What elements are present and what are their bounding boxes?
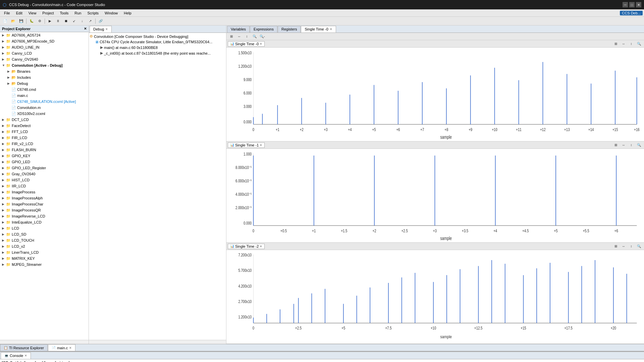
toggle-icon[interactable]: ▶ <box>2 202 6 206</box>
tab-debug[interactable]: Debug ✕ <box>90 26 112 33</box>
toggle-icon[interactable]: ▶ <box>2 184 6 188</box>
toggle-icon[interactable]: ▶ <box>2 251 6 254</box>
tree-item-ImageProcessQR[interactable]: ▶ 📁 ImageProcessQR <box>0 207 89 213</box>
tab-expressions[interactable]: Expressions <box>250 26 277 33</box>
toggle-icon[interactable]: ▶ <box>2 257 6 260</box>
chart1-btn2[interactable]: ↔ <box>620 41 627 47</box>
toggle-icon[interactable]: ▶ <box>2 118 6 121</box>
toggle-icon[interactable]: ▶ <box>2 166 6 170</box>
tree-item-C6748_cmd[interactable]: 📄 C6748.cmd <box>0 86 89 93</box>
debug-scrollbar-h[interactable] <box>89 340 226 344</box>
toggle-icon[interactable]: ▶ <box>2 136 6 139</box>
tree-item-Convolution[interactable]: ▼ 📁 Convolution [Active - Debug] <box>0 62 89 68</box>
tree-item-LCD_v2[interactable]: ▶ 📁 LCD_v2 <box>0 243 89 249</box>
chart1-zoom[interactable]: 🔍 <box>635 41 643 47</box>
toggle-icon[interactable]: ▶ <box>2 239 6 242</box>
tree-item-main-c[interactable]: 📄 main.c <box>0 93 89 99</box>
chart2-btn1[interactable]: ⊞ <box>612 142 620 148</box>
tab-close-icon[interactable]: ✕ <box>330 27 332 31</box>
toolbar-step-over[interactable]: ↓ <box>78 18 86 24</box>
console-close-icon[interactable]: ✕ <box>24 354 27 357</box>
tree-item-FaceDetect[interactable]: ▶ 📁 FaceDetect <box>0 123 89 129</box>
debug-frame2[interactable]: ▶ _c_int00() at boot.c:87 0x11801548 (th… <box>90 50 225 56</box>
tab-ti-resource[interactable]: 📋 TI Resource Explorer <box>0 344 48 351</box>
chart1-tab[interactable]: 📊 Single Time -0 ✕ <box>228 41 265 47</box>
chart1-btn1[interactable]: ⊞ <box>612 41 620 47</box>
tree-item-Canny_LCD[interactable]: ▶ 📁 Canny_LCD <box>0 50 89 56</box>
tree-item-Gray_OV2640[interactable]: ▶ 📁 Gray_OV2640 <box>0 171 89 177</box>
tab-main-c-close[interactable]: ✕ <box>69 346 72 350</box>
chart2-btn2[interactable]: ↔ <box>620 142 627 148</box>
tree-item-AUDIO_LINE_IN[interactable]: ▶ 📁 AUDIO_LINE_IN <box>0 44 89 50</box>
tree-item-AD7606_MP3[interactable]: ▶ 📁 AD7606_MP3Encode_SD <box>0 38 89 44</box>
tree-item-HIST_LCD[interactable]: ▶ 📁 HIST_LCD <box>0 177 89 183</box>
title-bar-controls[interactable]: ─ □ ✕ <box>623 2 641 7</box>
tree-item-MJPEG_Streamer[interactable]: ▶ 📁 MJPEG_Streamer <box>0 261 89 267</box>
chart-toolbar-zoom[interactable]: 🔍 <box>251 33 258 40</box>
toolbar-resume[interactable]: ▶ <box>46 18 54 24</box>
menu-scripts[interactable]: Scripts <box>85 10 101 16</box>
toolbar-build[interactable]: ⚙ <box>36 18 43 24</box>
toggle-icon[interactable]: ▶ <box>2 190 6 194</box>
toolbar-stop[interactable]: ⏹ <box>62 18 70 24</box>
toggle-icon[interactable]: ▶ <box>2 46 6 49</box>
toggle-icon[interactable]: ▶ <box>2 58 6 61</box>
chart2-zoom[interactable]: 🔍 <box>635 142 643 148</box>
toggle-icon[interactable]: ▶ <box>2 233 6 236</box>
menu-run[interactable]: Run <box>72 10 84 16</box>
toolbar-step-return[interactable]: ↗ <box>87 18 94 24</box>
toolbar-open[interactable]: 📂 <box>9 18 17 24</box>
maximize-button[interactable]: □ <box>629 2 635 7</box>
menu-file[interactable]: File <box>1 10 13 16</box>
toggle-icon[interactable]: ▶ <box>2 148 6 152</box>
tree-item-LinerTrans_LCD[interactable]: ▶ 📁 LinerTrans_LCD <box>0 249 89 255</box>
chart2-btn3[interactable]: ↕ <box>628 142 635 148</box>
tree-item-AD7606_AD5724[interactable]: ▶ 📁 AD7606_AD5724 <box>0 32 89 38</box>
tree-item-GPIO_LED[interactable]: ▶ 📁 GPIO_LED <box>0 159 89 165</box>
toggle-icon[interactable]: ▶ <box>2 160 6 164</box>
tree-item-XDS100v2[interactable]: 📄 XDS100v2.ccxml <box>0 111 89 117</box>
menu-edit[interactable]: Edit <box>13 10 25 16</box>
chart3-btn3[interactable]: ↕ <box>628 243 635 250</box>
menu-view[interactable]: View <box>26 10 39 16</box>
toggle-icon[interactable]: ▶ <box>7 82 11 85</box>
toolbar-step-into[interactable]: ↙ <box>70 18 78 24</box>
tab-console[interactable]: 💻 Console ✕ <box>1 352 31 359</box>
toggle-icon[interactable]: ▶ <box>7 70 11 73</box>
tree-item-C6748-sim[interactable]: 📄 C6748_SIMULATION.ccxml [Active] <box>0 99 89 105</box>
toggle-icon[interactable]: ▶ <box>2 215 6 218</box>
toggle-icon[interactable]: ▶ <box>2 172 6 176</box>
tab-single-time-0[interactable]: Single Time -0 ✕ <box>301 26 336 33</box>
toggle-icon[interactable]: ▶ <box>2 52 6 55</box>
tree-item-GPIO_LED_Register[interactable]: ▶ 📁 GPIO_LED_Register <box>0 165 89 171</box>
toggle-icon[interactable]: ▶ <box>2 130 6 133</box>
toggle-icon[interactable]: ▶ <box>2 154 6 158</box>
tree-item-Debug[interactable]: ▶ 📂 Debug <box>0 80 89 86</box>
toggle-icon[interactable]: ▶ <box>2 124 6 127</box>
toolbar-connect[interactable]: 🔗 <box>97 18 104 24</box>
close-button[interactable]: ✕ <box>636 2 641 7</box>
tab-debug-close[interactable]: ✕ <box>105 27 108 31</box>
chart3-btn1[interactable]: ⊞ <box>612 243 620 250</box>
toggle-icon[interactable]: ▶ <box>2 34 6 37</box>
chart-toolbar-btn2[interactable]: ↔ <box>235 33 243 40</box>
toggle-icon[interactable]: ▶ <box>2 196 6 200</box>
tab-main-c[interactable]: 📄 main.c ✕ <box>48 344 75 351</box>
tree-item-LCD_TOUCH[interactable]: ▶ 📁 LCD_TOUCH <box>0 237 89 243</box>
menu-project[interactable]: Project <box>40 10 56 16</box>
chart-toolbar-zoom-out[interactable]: 🔍- <box>259 33 266 40</box>
tree-item-FFT_LCD[interactable]: ▶ 📁 FFT_LCD <box>0 129 89 135</box>
tree-item-IIR_LCD[interactable]: ▶ 📁 IIR_LCD <box>0 183 89 189</box>
tree-item-MATRIX_KEY[interactable]: ▶ 📁 MATRIX_KEY <box>0 255 89 261</box>
tree-item-FIR_v2_LCD[interactable]: ▶ 📁 FIR_v2_LCD <box>0 141 89 147</box>
minimize-button[interactable]: ─ <box>623 2 628 7</box>
chart3-tab[interactable]: 📊 Single Time -2 ✕ <box>228 244 265 249</box>
toggle-icon[interactable]: ▶ <box>2 245 6 248</box>
menu-window[interactable]: Window <box>102 10 120 16</box>
chart-toolbar-btn1[interactable]: ⊞ <box>228 33 235 40</box>
tree-item-ImageReverse_LCD[interactable]: ▶ 📁 ImageReverse_LCD <box>0 213 89 219</box>
chart1-close[interactable]: ✕ <box>260 42 262 46</box>
toggle-icon[interactable]: ▶ <box>2 178 6 182</box>
toggle-icon[interactable]: ▶ <box>2 263 6 266</box>
project-scrollbar-h[interactable] <box>0 340 89 344</box>
